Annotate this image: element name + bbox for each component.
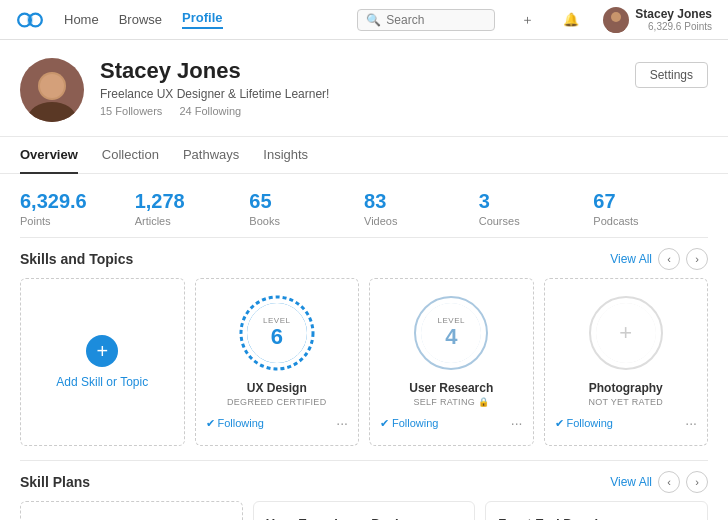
- skill-footer-research: ✔ Following ···: [378, 415, 525, 431]
- nav-profile[interactable]: Profile: [182, 10, 222, 29]
- following-photography[interactable]: ✔ Following: [555, 417, 613, 430]
- settings-button[interactable]: Settings: [635, 62, 708, 88]
- check-icon-photography: ✔: [555, 417, 564, 430]
- svg-point-7: [40, 74, 64, 98]
- logo[interactable]: [16, 10, 44, 30]
- plan-card-ux-designer: User Experience Designer Our goal is to …: [253, 501, 476, 520]
- stat-podcasts: 67 Podcasts: [593, 190, 708, 227]
- skill-sub-photography: NOT YET RATED: [588, 397, 663, 407]
- svg-point-2: [27, 13, 33, 26]
- skill-footer-photography: ✔ Following ···: [553, 415, 700, 431]
- stats-row: 6,329.6 Points 1,278 Articles 65 Books 8…: [0, 174, 728, 237]
- svg-point-3: [611, 12, 621, 22]
- skills-section-header: Skills and Topics View All ‹ ›: [0, 238, 728, 278]
- skills-grid: + Add Skill or Topic LEVEL 6 UX Design D…: [0, 278, 728, 460]
- profile-tabs: Overview Collection Pathways Insights: [0, 137, 728, 174]
- stat-courses-value: 3: [479, 190, 594, 213]
- plan-title-frontend: Front End Developer: [498, 516, 695, 520]
- stat-articles: 1,278 Articles: [135, 190, 250, 227]
- user-menu[interactable]: Stacey Jones 6,329.6 Points: [603, 7, 712, 33]
- profile-name: Stacey Jones: [100, 58, 619, 84]
- tab-insights[interactable]: Insights: [263, 137, 308, 174]
- tab-collection[interactable]: Collection: [102, 137, 159, 174]
- plans-view-all[interactable]: View All: [610, 475, 652, 489]
- search-box[interactable]: 🔍: [357, 9, 495, 31]
- skill-level-ux: LEVEL 6: [247, 303, 307, 363]
- following-ux[interactable]: ✔ Following: [206, 417, 264, 430]
- more-menu-research[interactable]: ···: [511, 415, 523, 431]
- plan-card-frontend: Front End Developer Our goal is to devel…: [485, 501, 708, 520]
- skill-level-photography: +: [596, 303, 656, 363]
- following-label-photography: Following: [567, 417, 613, 429]
- add-button[interactable]: ＋: [515, 8, 539, 32]
- stat-courses-label: Courses: [479, 215, 594, 227]
- plans-title: Skill Plans: [20, 474, 90, 490]
- skill-level-research: LEVEL 4: [421, 303, 481, 363]
- tab-overview[interactable]: Overview: [20, 137, 78, 174]
- skill-badge-photography: +: [586, 293, 666, 373]
- stat-articles-label: Articles: [135, 215, 250, 227]
- stat-points: 6,329.6 Points: [20, 190, 135, 227]
- following-research[interactable]: ✔ Following: [380, 417, 438, 430]
- stat-books: 65 Books: [249, 190, 364, 227]
- search-icon: 🔍: [366, 13, 381, 27]
- plans-grid: + User Experience Designer Our goal is t…: [0, 501, 728, 520]
- skill-badge-research: LEVEL 4: [411, 293, 491, 373]
- level-num-ux: 6: [271, 325, 283, 349]
- user-info-text: Stacey Jones 6,329.6 Points: [635, 7, 712, 32]
- search-input[interactable]: [386, 13, 486, 27]
- skills-prev-arrow[interactable]: ‹: [658, 248, 680, 270]
- check-icon-ux: ✔: [206, 417, 215, 430]
- skill-name-research: User Research: [409, 381, 493, 395]
- skill-badge-ux: LEVEL 6: [237, 293, 317, 373]
- notification-bell[interactable]: 🔔: [559, 8, 583, 32]
- more-menu-photography[interactable]: ···: [685, 415, 697, 431]
- skill-sub-research: SELF RATING 🔒: [413, 397, 489, 407]
- profile-header: Stacey Jones Freelance UX Designer & Lif…: [0, 40, 728, 137]
- skill-card-user-research: LEVEL 4 User Research SELF RATING 🔒 ✔ Fo…: [369, 278, 534, 446]
- check-icon-research: ✔: [380, 417, 389, 430]
- profile-title: Freelance UX Designer & Lifetime Learner…: [100, 87, 619, 101]
- stat-books-value: 65: [249, 190, 364, 213]
- stat-points-label: Points: [20, 215, 135, 227]
- stat-articles-value: 1,278: [135, 190, 250, 213]
- add-skill-icon: +: [86, 335, 118, 367]
- following-label-ux: Following: [218, 417, 264, 429]
- svg-point-4: [607, 23, 625, 33]
- plans-section-header: Skill Plans View All ‹ ›: [0, 461, 728, 501]
- stat-podcasts-label: Podcasts: [593, 215, 708, 227]
- navbar: Home Browse Profile 🔍 ＋ 🔔 Stacey Jones 6…: [0, 0, 728, 40]
- add-skill-card[interactable]: + Add Skill or Topic: [20, 278, 185, 446]
- stat-videos-label: Videos: [364, 215, 479, 227]
- stat-videos-value: 83: [364, 190, 479, 213]
- stat-courses: 3 Courses: [479, 190, 594, 227]
- skill-name-ux: UX Design: [247, 381, 307, 395]
- level-num-photography: +: [619, 321, 632, 345]
- followers-count: 15 Followers: [100, 105, 162, 117]
- plans-next-arrow[interactable]: ›: [686, 471, 708, 493]
- stat-books-label: Books: [249, 215, 364, 227]
- nav-home[interactable]: Home: [64, 12, 99, 27]
- nav-browse[interactable]: Browse: [119, 12, 162, 27]
- skills-title: Skills and Topics: [20, 251, 133, 267]
- skills-next-arrow[interactable]: ›: [686, 248, 708, 270]
- add-plan-card[interactable]: +: [20, 501, 243, 520]
- profile-avatar: [20, 58, 84, 122]
- skill-card-ux-design: LEVEL 6 UX Design DEGREED CERTIFIED ✔ Fo…: [195, 278, 360, 446]
- tab-pathways[interactable]: Pathways: [183, 137, 239, 174]
- more-menu-ux[interactable]: ···: [336, 415, 348, 431]
- profile-meta: 15 Followers 24 Following: [100, 105, 619, 117]
- user-name: Stacey Jones: [635, 7, 712, 21]
- avatar: [603, 7, 629, 33]
- level-num-research: 4: [445, 325, 457, 349]
- following-label-research: Following: [392, 417, 438, 429]
- skills-view-all[interactable]: View All: [610, 252, 652, 266]
- stat-points-value: 6,329.6: [20, 190, 135, 213]
- plans-prev-arrow[interactable]: ‹: [658, 471, 680, 493]
- svg-point-6: [28, 102, 76, 122]
- stat-podcasts-value: 67: [593, 190, 708, 213]
- skill-sub-ux: DEGREED CERTIFIED: [227, 397, 326, 407]
- stat-videos: 83 Videos: [364, 190, 479, 227]
- skill-card-photography: + Photography NOT YET RATED ✔ Following …: [544, 278, 709, 446]
- skill-name-photography: Photography: [589, 381, 663, 395]
